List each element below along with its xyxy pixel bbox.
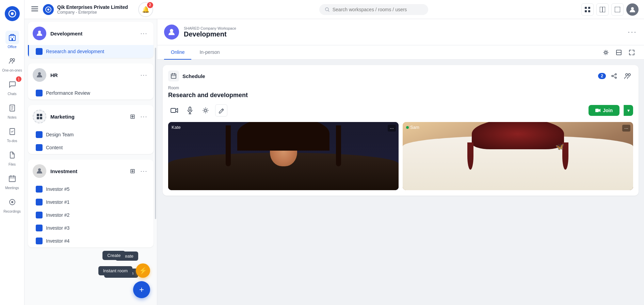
workspace-investment-add[interactable]: ⊞	[128, 166, 137, 176]
svg-rect-7	[585, 7, 587, 9]
room-design-team-name: Design Team	[46, 132, 74, 137]
workspace-marketing-avatar	[33, 110, 46, 123]
workspace-development-header[interactable]: Development ···	[28, 22, 154, 45]
svg-point-55	[628, 74, 630, 76]
svg-rect-57	[189, 107, 191, 110]
workspace-investment-avatar	[33, 164, 46, 178]
svg-rect-28	[9, 176, 15, 182]
tab-settings-btn[interactable]	[600, 47, 611, 58]
room-content[interactable]: Content	[28, 141, 154, 154]
workspace-hr: HR ··· Performance Review	[28, 63, 154, 100]
room-research[interactable]: Research and development	[28, 45, 154, 58]
sidebar-item-notes[interactable]: Notes	[0, 98, 24, 122]
whiteboard-button[interactable]	[215, 104, 227, 117]
workspace-marketing-more[interactable]: ···	[139, 112, 149, 121]
join-button[interactable]: Join	[589, 105, 619, 116]
video-more-sam[interactable]: ···	[622, 125, 630, 132]
svg-line-6	[328, 10, 329, 11]
share-button[interactable]	[609, 71, 619, 81]
svg-point-41	[170, 29, 173, 32]
grid-view-button[interactable]	[581, 3, 594, 16]
tab-in-person[interactable]: In-person	[193, 45, 226, 60]
sidebar-logo[interactable]	[5, 6, 20, 21]
svg-point-22	[13, 59, 15, 61]
svg-point-21	[10, 59, 12, 61]
chats-icon	[8, 80, 16, 89]
room-research-name: Research and development	[46, 49, 104, 54]
room-investor5[interactable]: Investor #5	[28, 183, 154, 196]
room-investor1-dot	[36, 199, 43, 205]
notification-badge: 2	[147, 2, 153, 8]
workspace-investment-header[interactable]: Investment ⊞ ···	[28, 159, 154, 183]
video-more-kate[interactable]: ···	[388, 125, 396, 132]
svg-point-35	[38, 72, 41, 75]
svg-rect-20	[13, 37, 14, 37]
workspace-development-more[interactable]: ···	[139, 29, 149, 38]
expand-icon	[629, 49, 635, 56]
instant-room-fab[interactable]: ⚡	[136, 263, 150, 278]
tab-expand-btn[interactable]	[626, 47, 637, 58]
sidebar-item-one-on-ones[interactable]: One-on-ones	[0, 51, 24, 75]
video-tile-kate: Kate ···	[168, 122, 399, 190]
room-investor2[interactable]: Investor #2	[28, 209, 154, 222]
split-view-button[interactable]	[596, 3, 609, 16]
room-performance-name: Performance Review	[46, 90, 90, 96]
room-performance[interactable]: Performance Review	[28, 87, 154, 100]
svg-point-34	[38, 31, 41, 33]
svg-point-60	[205, 109, 207, 111]
svg-point-33	[11, 201, 13, 203]
sidebar-item-recordings[interactable]: Recordings	[0, 193, 24, 216]
sidebar-item-todos[interactable]: To-dos	[0, 122, 24, 146]
workspace-investment-more[interactable]: ···	[139, 166, 149, 176]
camera-button[interactable]	[168, 104, 180, 117]
search-input[interactable]	[333, 7, 423, 12]
schedule-label: Schedule	[182, 73, 598, 79]
svg-point-49	[615, 74, 616, 75]
room-panel-more[interactable]: ···	[628, 27, 637, 37]
workspace-hr-avatar	[33, 68, 46, 82]
video-tile-sam: 🦋 Sam ···	[403, 122, 633, 190]
room-investor5-name: Investor #5	[46, 186, 69, 192]
meetings-icon	[8, 174, 16, 183]
room-investor4-dot	[36, 238, 43, 244]
todos-icon	[8, 127, 16, 136]
user-avatar[interactable]	[626, 3, 639, 16]
room-investor3[interactable]: Investor #3	[28, 222, 154, 234]
room-investor1[interactable]: Investor #1	[28, 196, 154, 209]
workspace-marketing-header[interactable]: Marketing ⊞ ···	[28, 105, 154, 128]
gear-button[interactable]	[199, 104, 212, 117]
sidebar-item-chats[interactable]: 1 Chats	[0, 75, 24, 98]
workspace-hr-more[interactable]: ···	[139, 70, 149, 80]
room-content-dot	[36, 144, 43, 151]
tab-layout-btn[interactable]	[613, 47, 624, 58]
room-investor2-dot	[36, 212, 43, 218]
todos-label: To-dos	[7, 139, 17, 143]
sidebar-item-meetings[interactable]: Meetings	[0, 169, 24, 193]
room-panel-title: Development	[184, 30, 628, 38]
company-info: Qik Enterprises Private Limited Company …	[57, 4, 128, 15]
room-investor4-name: Investor #4	[46, 238, 69, 244]
chats-badge: 1	[16, 76, 21, 82]
layout-icon	[616, 49, 622, 56]
scrollbar[interactable]	[155, 48, 156, 219]
hamburger-button[interactable]	[30, 4, 39, 15]
online-dot-sam	[406, 126, 409, 129]
sidebar-item-office[interactable]: Office	[0, 28, 24, 51]
workspace-marketing-add[interactable]: ⊞	[128, 112, 137, 121]
search-icon	[325, 7, 330, 12]
settings-icon	[603, 49, 609, 56]
mic-button[interactable]	[184, 104, 196, 117]
create-fab[interactable]: +	[133, 281, 150, 298]
full-view-button[interactable]	[611, 3, 624, 16]
workspace-hr-header[interactable]: HR ···	[28, 63, 154, 87]
join-caret-button[interactable]: ▾	[624, 105, 633, 116]
room-tabs: Online In-person	[157, 45, 644, 60]
sidebar-item-files[interactable]: Files	[0, 146, 24, 169]
notification-button[interactable]: 🔔 2	[138, 2, 153, 17]
people-button[interactable]	[622, 71, 633, 81]
one-on-ones-icon	[8, 57, 16, 65]
workspace-investment-name: Investment	[50, 168, 128, 174]
tab-online[interactable]: Online	[164, 45, 191, 60]
room-investor4[interactable]: Investor #4	[28, 234, 154, 247]
room-design-team[interactable]: Design Team	[28, 128, 154, 141]
